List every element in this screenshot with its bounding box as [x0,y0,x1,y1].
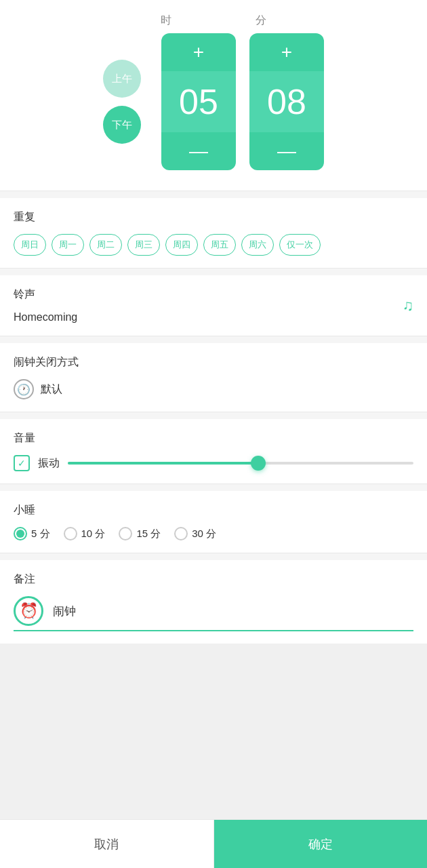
time-controls-row: 上午 下午 + 05 — + 08 — [103,33,324,170]
day-button[interactable]: 周日 [14,234,46,256]
am-pm-column: 上午 下午 [103,60,141,144]
days-row: 周日周一周二周三周四周五周六仅一次 [14,234,413,256]
minute-decrement-button[interactable]: — [249,132,324,170]
ringtone-title: 铃声 [14,288,413,302]
music-icon: ♫ [403,297,414,315]
time-picker-section: 时 分 上午 下午 + 05 — + 08 — [0,0,427,191]
hour-decrement-button[interactable]: — [161,132,236,170]
volume-slider[interactable] [68,462,413,465]
snooze-option[interactable]: 30 分 [174,527,216,540]
day-button[interactable]: 周六 [241,234,274,256]
dismiss-title: 闹钟关闭方式 [14,355,413,370]
snooze-label: 15 分 [136,528,161,540]
clock-icon: 🕐 [14,379,34,399]
volume-row: ✓ 振动 [14,455,413,471]
radio-inner [16,530,24,538]
day-button[interactable]: 周五 [203,234,236,256]
snooze-label: 10 分 [81,528,106,540]
divider-1 [0,191,427,191]
divider-2 [0,268,427,269]
notes-row: ⏰ 闹钟 [14,596,413,631]
slider-fill [68,462,258,465]
snooze-title: 小睡 [14,503,413,517]
minute-value: 08 [249,71,324,132]
minute-label: 分 [241,14,281,28]
minute-increment-button[interactable]: + [249,33,324,71]
day-button[interactable]: 周四 [165,234,198,256]
pm-button[interactable]: 下午 [103,106,141,144]
volume-title: 音量 [14,431,413,446]
snooze-label: 5 分 [31,528,50,540]
alarm-bell-icon: ⏰ [14,596,43,626]
radio-button [174,527,188,540]
snooze-label: 30 分 [192,528,216,540]
divider-5 [0,484,427,484]
day-button[interactable]: 周三 [127,234,160,256]
dismiss-option[interactable]: 🕐 默认 [14,379,413,399]
repeat-section: 重复 周日周一周二周三周四周五周六仅一次 [0,198,427,268]
radio-button [64,527,77,540]
divider-4 [0,412,427,412]
day-button[interactable]: 仅一次 [279,234,321,256]
snooze-option[interactable]: 10 分 [64,527,106,540]
notes-title: 备注 [14,572,413,587]
volume-section: 音量 ✓ 振动 [0,419,427,484]
hour-label: 时 [146,14,186,28]
day-button[interactable]: 周一 [52,234,84,256]
snooze-option[interactable]: 15 分 [119,527,161,540]
snooze-options: 5 分10 分15 分30 分 [14,527,413,540]
divider-3 [0,336,427,336]
am-button[interactable]: 上午 [103,60,141,98]
notes-section: 备注 ⏰ 闹钟 [0,560,427,644]
vibrate-checkbox[interactable]: ✓ [14,455,30,471]
time-labels-row: 时 分 [146,14,281,28]
hour-spinner: + 05 — [161,33,236,170]
hour-value: 05 [161,71,236,132]
ringtone-name: Homecoming [14,311,413,323]
cancel-button[interactable]: 取消 [0,820,214,868]
hour-increment-button[interactable]: + [161,33,236,71]
snooze-option[interactable]: 5 分 [14,527,50,540]
snooze-section: 小睡 5 分10 分15 分30 分 [0,491,427,553]
repeat-title: 重复 [14,210,413,224]
bottom-bar: 取消 确定 [0,819,427,868]
minute-spinner: + 08 — [249,33,324,170]
notes-value[interactable]: 闹钟 [53,604,76,619]
dismiss-label: 默认 [41,382,62,397]
day-button[interactable]: 周二 [89,234,122,256]
radio-button [14,527,27,540]
divider-6 [0,553,427,553]
filler-area [0,644,427,819]
slider-thumb [251,456,266,471]
ringtone-section[interactable]: 铃声 Homecoming ♫ [0,275,427,336]
dismiss-section: 闹钟关闭方式 🕐 默认 [0,343,427,412]
confirm-button[interactable]: 确定 [214,820,428,868]
vibrate-label: 振动 [38,456,60,471]
radio-button [119,527,132,540]
